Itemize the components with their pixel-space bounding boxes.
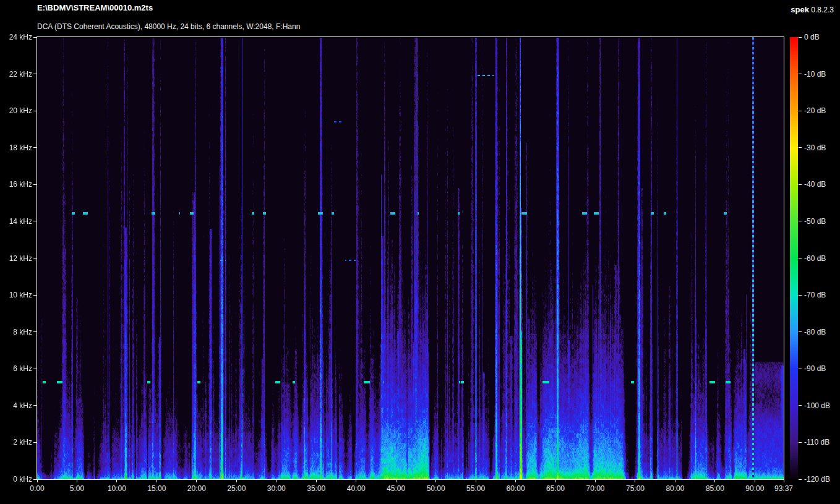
app-version: 0.8.2.3 bbox=[811, 6, 834, 14]
spectrogram-plot-frame bbox=[36, 36, 784, 480]
db-tick bbox=[799, 111, 802, 111]
time-tick-label: 80:00 bbox=[661, 484, 688, 493]
db-tick bbox=[799, 74, 802, 74]
time-tick-label: 20:00 bbox=[183, 484, 210, 493]
time-tick-label: 60:00 bbox=[502, 484, 529, 493]
freq-tick-label: 2 kHz bbox=[0, 438, 32, 446]
time-tick-label: 0:00 bbox=[24, 484, 51, 493]
db-tick bbox=[799, 295, 802, 296]
freq-tick bbox=[33, 111, 36, 111]
time-tick bbox=[714, 480, 715, 482]
time-tick bbox=[236, 480, 237, 482]
time-tick-label: 90:00 bbox=[741, 484, 768, 493]
db-tick-label: -60 dB bbox=[804, 254, 826, 263]
time-tick-label: 93:37 bbox=[770, 484, 797, 493]
db-tick bbox=[799, 405, 802, 406]
freq-tick bbox=[33, 221, 36, 221]
time-tick-label: 15:00 bbox=[143, 484, 170, 493]
time-tick bbox=[396, 480, 396, 482]
freq-tick bbox=[33, 442, 36, 443]
time-tick bbox=[356, 480, 356, 482]
time-tick-label: 45:00 bbox=[382, 484, 409, 493]
freq-tick bbox=[33, 258, 36, 258]
spek-window: E:\BDMV\STREAM\00010.m2ts DCA (DTS Coher… bbox=[0, 0, 840, 504]
freq-tick-label: 24 kHz bbox=[0, 33, 32, 41]
time-tick-label: 30:00 bbox=[263, 484, 290, 493]
freq-tick-label: 20 kHz bbox=[0, 106, 32, 115]
time-tick-label: 75:00 bbox=[622, 484, 649, 493]
time-tick bbox=[77, 480, 77, 482]
db-tick-label: -10 dB bbox=[804, 70, 826, 79]
time-tick bbox=[316, 480, 317, 482]
db-tick-label: -20 dB bbox=[804, 106, 826, 115]
db-tick bbox=[799, 258, 802, 258]
freq-tick-label: 14 kHz bbox=[0, 217, 32, 226]
time-tick bbox=[435, 480, 436, 482]
freq-tick bbox=[33, 479, 36, 480]
freq-tick bbox=[33, 184, 36, 185]
app-name: spek bbox=[791, 5, 809, 14]
time-tick-label: 55:00 bbox=[462, 484, 489, 493]
app-brand: spek 0.8.2.3 bbox=[791, 5, 834, 14]
freq-tick-label: 6 kHz bbox=[0, 364, 32, 373]
time-tick bbox=[635, 480, 635, 482]
freq-tick bbox=[33, 295, 36, 296]
db-tick bbox=[799, 479, 802, 480]
time-tick bbox=[276, 480, 276, 482]
freq-tick-label: 18 kHz bbox=[0, 143, 32, 152]
db-tick bbox=[799, 442, 802, 443]
time-tick-label: 25:00 bbox=[223, 484, 250, 493]
db-tick-label: -50 dB bbox=[804, 217, 826, 226]
freq-tick bbox=[33, 369, 36, 369]
colorbar bbox=[790, 37, 798, 479]
time-tick bbox=[476, 480, 476, 482]
db-tick bbox=[799, 37, 802, 38]
db-tick-label: -90 dB bbox=[804, 364, 826, 373]
time-tick-label: 40:00 bbox=[343, 484, 370, 493]
time-tick bbox=[37, 480, 38, 482]
time-tick bbox=[755, 480, 755, 482]
time-tick-label: 35:00 bbox=[302, 484, 330, 493]
freq-tick-label: 22 kHz bbox=[0, 70, 32, 79]
time-tick bbox=[515, 480, 516, 482]
db-tick-label: -80 dB bbox=[804, 328, 826, 336]
db-tick-label: -30 dB bbox=[804, 143, 826, 152]
spectrogram-canvas bbox=[37, 37, 784, 479]
freq-tick-label: 8 kHz bbox=[0, 328, 32, 336]
time-tick bbox=[555, 480, 556, 482]
time-tick-label: 85:00 bbox=[701, 484, 729, 493]
freq-tick bbox=[33, 74, 36, 74]
time-tick-label: 5:00 bbox=[63, 484, 90, 493]
stream-info: DCA (DTS Coherent Acoustics), 48000 Hz, … bbox=[37, 22, 300, 31]
freq-tick-label: 4 kHz bbox=[0, 401, 32, 410]
db-tick-label: -70 dB bbox=[804, 291, 826, 299]
time-tick bbox=[196, 480, 197, 482]
time-tick-label: 70:00 bbox=[582, 484, 609, 493]
time-tick bbox=[675, 480, 675, 482]
time-tick bbox=[595, 480, 596, 482]
time-tick-label: 10:00 bbox=[103, 484, 131, 493]
db-tick-label: -40 dB bbox=[804, 180, 826, 189]
db-tick-label: -120 dB bbox=[804, 475, 830, 484]
freq-tick-label: 12 kHz bbox=[0, 254, 32, 263]
db-tick-label: -110 dB bbox=[804, 438, 829, 446]
db-tick bbox=[799, 221, 802, 221]
freq-tick bbox=[33, 331, 36, 332]
time-tick bbox=[116, 480, 117, 482]
freq-tick bbox=[33, 405, 36, 406]
db-tick bbox=[799, 184, 802, 185]
time-tick-label: 65:00 bbox=[542, 484, 569, 493]
file-path: E:\BDMV\STREAM\00010.m2ts bbox=[37, 3, 153, 12]
freq-tick-label: 10 kHz bbox=[0, 291, 32, 299]
time-tick bbox=[784, 480, 784, 482]
time-tick bbox=[156, 480, 157, 482]
db-tick-label: -100 dB bbox=[804, 401, 830, 410]
time-tick-label: 50:00 bbox=[422, 484, 450, 493]
freq-tick bbox=[33, 37, 36, 38]
db-tick bbox=[799, 147, 802, 148]
freq-tick-label: 0 kHz bbox=[0, 475, 32, 484]
db-tick-label: 0 dB bbox=[804, 33, 820, 41]
freq-tick-label: 16 kHz bbox=[0, 180, 32, 189]
freq-tick bbox=[33, 147, 36, 148]
db-tick bbox=[799, 369, 802, 369]
